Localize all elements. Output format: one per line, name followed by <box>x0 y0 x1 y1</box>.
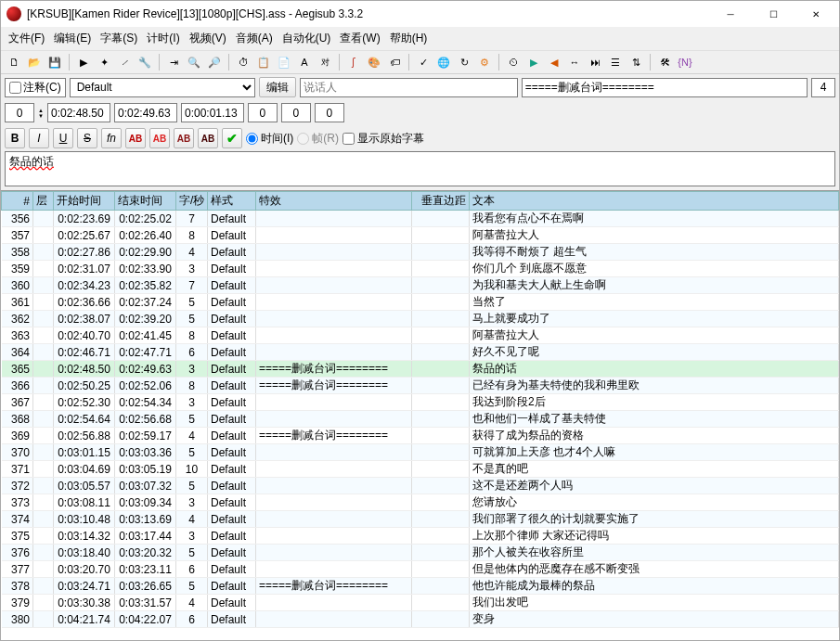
col-margin[interactable]: 垂直边距 <box>412 192 470 211</box>
menu-video[interactable]: 视频(V) <box>186 29 230 48</box>
video-close-icon[interactable]: ✦ <box>95 53 113 71</box>
options-icon[interactable]: 🛠 <box>655 53 674 71</box>
menu-audio[interactable]: 音频(A) <box>232 29 277 48</box>
subtitle-grid[interactable]: # 层 开始时间 结束时间 字/秒 样式 特效 垂直边距 文本 3560:02:… <box>1 190 839 640</box>
start-time-input[interactable] <box>47 103 110 122</box>
table-row[interactable]: 3730:03:08.110:03:09.343Default您请放心 <box>2 494 839 511</box>
margin-r-input[interactable] <box>281 103 311 122</box>
kanji-timer-icon[interactable]: ⏲ <box>504 53 523 71</box>
edit-style-button[interactable]: 编辑 <box>259 77 296 97</box>
col-style[interactable]: 样式 <box>208 192 256 211</box>
menu-edit[interactable]: 编辑(E) <box>50 29 95 48</box>
menu-view[interactable]: 查看(W) <box>336 29 383 48</box>
margin-l-input[interactable] <box>248 103 278 122</box>
zoom-in-icon[interactable]: 🔍 <box>185 53 203 71</box>
video-open-icon[interactable]: ▶ <box>74 53 93 71</box>
layer-input[interactable] <box>5 103 34 122</box>
shift-icon[interactable]: ⏱ <box>234 53 252 71</box>
table-row[interactable]: 3680:02:54.640:02:56.685Default也和他们一样成了基… <box>2 411 839 428</box>
table-row[interactable]: 3690:02:56.880:02:59.174Default=====删减台词… <box>2 428 839 444</box>
resample-icon[interactable]: ↻ <box>455 53 473 71</box>
save-icon[interactable]: 💾 <box>45 53 64 71</box>
style-mgr-icon[interactable]: 📋 <box>254 53 273 71</box>
col-cps[interactable]: 字/秒 <box>176 192 208 211</box>
menu-subtitle[interactable]: 字幕(S) <box>97 29 141 48</box>
audio-open-icon[interactable]: ⟋ <box>115 53 134 71</box>
menu-help[interactable]: 帮助(H) <box>386 29 432 48</box>
table-row[interactable]: 3720:03:05.570:03:07.325Default这不是还差两个人吗 <box>2 478 839 494</box>
layer-spinner[interactable]: ▲▼ <box>38 108 44 119</box>
underline-button[interactable]: U <box>53 128 73 148</box>
outline-color-button[interactable]: AB <box>174 128 194 148</box>
secondary-color-button[interactable]: AB <box>149 128 170 148</box>
table-row[interactable]: 3640:02:46.710:02:47.716Default好久不见了呢 <box>2 344 839 361</box>
table-row[interactable]: 3560:02:23.690:02:25.027Default我看您有点心不在焉… <box>2 211 839 227</box>
menu-file[interactable]: 文件(F) <box>5 29 48 48</box>
table-row[interactable]: 3570:02:25.670:02:26.408Default阿基蕾拉大人 <box>2 227 839 244</box>
bold-button[interactable]: B <box>5 128 25 148</box>
table-row[interactable]: 3790:03:30.380:03:31.574Default我们出发吧 <box>2 595 839 611</box>
table-row[interactable]: 3670:02:52.300:02:54.343Default我达到阶段2后 <box>2 394 839 411</box>
grid-header[interactable]: # 层 开始时间 结束时间 字/秒 样式 特效 垂直边距 文本 <box>2 192 839 211</box>
show-original-check[interactable]: 显示原始字幕 <box>342 131 424 147</box>
table-row[interactable]: 3770:03:20.700:03:23.116Default但是他体内的恶魔存… <box>2 561 839 578</box>
table-row[interactable]: 3650:02:48.500:02:49.633Default=====删减台词… <box>2 361 839 378</box>
close-button[interactable]: ✕ <box>795 1 837 27</box>
shadow-color-button[interactable]: AB <box>198 128 218 148</box>
actor-input[interactable] <box>300 78 518 97</box>
pair-icon[interactable]: 对 <box>316 53 334 71</box>
assdraw-icon[interactable]: 🎨 <box>365 53 383 71</box>
zoom-out-icon[interactable]: 🔎 <box>205 53 224 71</box>
comment-checkbox[interactable]: 注释(C) <box>5 78 66 97</box>
time-radio[interactable]: 时间(I) <box>246 131 293 147</box>
snap-start-icon[interactable]: ▶ <box>524 53 543 71</box>
maximize-button[interactable]: ☐ <box>752 1 795 27</box>
col-text[interactable]: 文本 <box>470 192 839 211</box>
shift-video-icon[interactable]: ⏭ <box>586 53 604 71</box>
snap-end-icon[interactable]: ◀ <box>545 53 563 71</box>
menu-automation[interactable]: 自动化(U) <box>278 29 335 48</box>
col-num[interactable]: # <box>2 192 33 211</box>
tag-icon[interactable]: 🏷 <box>385 53 404 71</box>
col-layer[interactable]: 层 <box>33 192 54 211</box>
jump-icon[interactable]: ⇥ <box>164 53 183 71</box>
end-time-input[interactable] <box>114 103 177 122</box>
auto-script-icon[interactable]: ʃ <box>344 53 363 71</box>
sort-icon[interactable]: ⇅ <box>627 53 645 71</box>
primary-color-button[interactable]: AB <box>125 128 146 148</box>
commit-button[interactable]: ✔ <box>222 128 242 148</box>
table-row[interactable]: 3580:02:27.860:02:29.904Default我等得不耐烦了 超… <box>2 244 839 261</box>
subtitle-text-input[interactable]: 祭品的话 <box>5 151 835 186</box>
frame-radio[interactable]: 帧(R) <box>297 131 339 147</box>
snap-scene-icon[interactable]: ↔ <box>565 53 584 71</box>
col-end[interactable]: 结束时间 <box>115 192 176 211</box>
table-row[interactable]: 3590:02:31.070:02:33.903Default你们几个 到底愿不… <box>2 261 839 277</box>
new-icon[interactable]: 🗋 <box>5 53 23 71</box>
font-icon[interactable]: A <box>295 53 314 71</box>
table-row[interactable]: 3800:04:21.740:04:22.076Default变身 <box>2 611 839 628</box>
translate-icon[interactable]: 🌐 <box>434 53 453 71</box>
table-row[interactable]: 3600:02:34.230:02:35.827Default为我和基夫大人献上… <box>2 277 839 294</box>
select-lines-icon[interactable]: ☰ <box>606 53 625 71</box>
table-row[interactable]: 3610:02:36.660:02:37.245Default当然了 <box>2 294 839 311</box>
spellcheck-icon[interactable]: ✓ <box>414 53 433 71</box>
italic-button[interactable]: I <box>29 128 49 148</box>
attach-icon[interactable]: 📄 <box>275 53 293 71</box>
duration-input[interactable] <box>181 103 244 122</box>
table-row[interactable]: 3620:02:38.070:02:39.205Default马上就要成功了 <box>2 311 839 327</box>
strike-button[interactable]: S <box>77 128 97 148</box>
open-icon[interactable]: 📂 <box>25 53 44 71</box>
menu-timing[interactable]: 计时(I) <box>143 29 183 48</box>
table-row[interactable]: 3630:02:40.700:02:41.458Default阿基蕾拉大人 <box>2 327 839 344</box>
tpp-icon[interactable]: ⚙ <box>475 53 494 71</box>
margin-v-input[interactable] <box>315 103 344 122</box>
table-row[interactable]: 3740:03:10.480:03:13.694Default我们部署了很久的计… <box>2 511 839 528</box>
audio-from-video-icon[interactable]: 🔧 <box>136 53 154 71</box>
table-row[interactable]: 3760:03:18.400:03:20.325Default那个人被关在收容所… <box>2 545 839 561</box>
table-row[interactable]: 3700:03:01.150:03:03.365Default可就算加上天彦 也… <box>2 444 839 461</box>
table-row[interactable]: 3780:03:24.710:03:26.655Default=====删减台词… <box>2 578 839 595</box>
col-effect[interactable]: 特效 <box>256 192 412 211</box>
table-row[interactable]: 3750:03:14.320:03:17.443Default上次那个律师 大家… <box>2 528 839 545</box>
cycle-tags-icon[interactable]: {N} <box>676 53 694 71</box>
style-select[interactable]: Default <box>70 78 255 97</box>
